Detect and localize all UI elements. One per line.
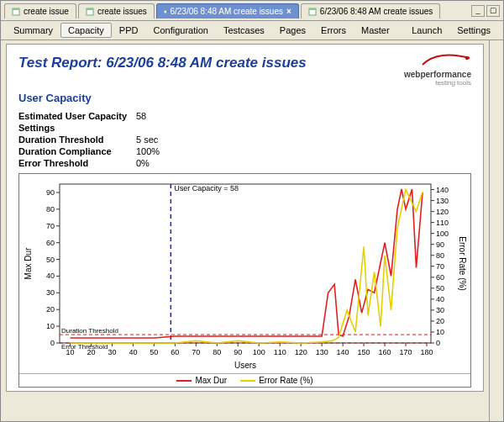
- svg-text:10: 10: [46, 322, 55, 330]
- logo-main-text: webperformance: [404, 70, 471, 79]
- svg-text:110: 110: [436, 219, 449, 227]
- svg-text:130: 130: [436, 196, 449, 204]
- svg-text:130: 130: [316, 348, 328, 356]
- toolbar-action-launch[interactable]: Launch: [404, 23, 449, 38]
- minimize-button[interactable]: _: [471, 5, 485, 17]
- section-title: User Capacity: [18, 92, 471, 104]
- svg-text:80: 80: [436, 251, 444, 260]
- toolbar-tab-errors[interactable]: Errors: [313, 23, 354, 38]
- toolbar-tab-summary[interactable]: Summary: [6, 23, 60, 38]
- svg-text:90: 90: [436, 240, 444, 249]
- close-icon[interactable]: ×: [286, 7, 291, 16]
- logo-sub-text: testing tools: [404, 79, 471, 87]
- svg-text:20: 20: [46, 305, 55, 314]
- brand-logo: webperformance testing tools: [404, 53, 471, 87]
- summary-value: 100%: [136, 146, 170, 156]
- svg-text:140: 140: [337, 348, 349, 356]
- toolbar-tab-master[interactable]: Master: [354, 23, 397, 38]
- svg-text:90: 90: [234, 348, 242, 356]
- document-tab-3[interactable]: 6/23/06 8:48 AM create issues: [301, 3, 441, 18]
- svg-text:30: 30: [46, 288, 55, 297]
- svg-text:80: 80: [213, 348, 221, 356]
- svg-text:User Capacity = 58: User Capacity = 58: [174, 184, 239, 193]
- svg-text:30: 30: [436, 306, 444, 314]
- svg-text:80: 80: [46, 205, 55, 214]
- svg-text:120: 120: [295, 348, 307, 356]
- vertical-scrollbar[interactable]: [489, 40, 503, 421]
- toolbar-tab-configuration[interactable]: Configuration: [145, 23, 215, 38]
- chart-legend: Max Dur Error Rate (%): [19, 373, 470, 387]
- document-tab-label: 6/23/06 8:48 AM create issues: [170, 7, 283, 16]
- svg-text:160: 160: [379, 348, 391, 356]
- svg-text:50: 50: [436, 284, 444, 293]
- document-tab-label: create issue: [24, 7, 69, 16]
- svg-text:Duration Threshold: Duration Threshold: [61, 327, 118, 335]
- maximize-button[interactable]: ▢: [486, 5, 500, 17]
- toolbar-tab-testcases[interactable]: Testcases: [216, 23, 272, 38]
- report-panel: Test Report: 6/23/06 8:48 AM create issu…: [6, 44, 484, 392]
- summary-value: [136, 123, 170, 133]
- svg-text:40: 40: [46, 272, 55, 280]
- toolbar-tab-capacity[interactable]: Capacity: [60, 23, 112, 38]
- document-tab-strip: create issuecreate issues6/23/06 8:48 AM…: [1, 1, 503, 21]
- svg-text:0: 0: [436, 339, 440, 347]
- svg-text:110: 110: [274, 348, 286, 356]
- summary-value: 58: [136, 111, 170, 121]
- app-window: create issuecreate issues6/23/06 8:48 AM…: [0, 0, 504, 422]
- report-title: Test Report: 6/23/06 8:48 AM create issu…: [18, 55, 307, 71]
- svg-text:180: 180: [420, 348, 433, 356]
- summary-key: Duration Compliance: [18, 146, 136, 156]
- capacity-summary: Estimated User Capacity58SettingsDuratio…: [18, 111, 471, 168]
- svg-text:20: 20: [436, 317, 444, 325]
- summary-value: 5 sec: [136, 135, 170, 145]
- svg-rect-3: [87, 8, 93, 10]
- svg-text:0: 0: [50, 339, 55, 347]
- svg-text:40: 40: [436, 295, 444, 303]
- svg-text:120: 120: [436, 207, 449, 215]
- toolbar-tab-ppd[interactable]: PPD: [112, 23, 146, 38]
- svg-rect-9: [60, 184, 431, 343]
- toolbar-action-settings[interactable]: Settings: [449, 23, 498, 38]
- svg-text:60: 60: [46, 239, 55, 247]
- svg-rect-1: [13, 8, 19, 10]
- document-tab-1[interactable]: create issues: [78, 3, 155, 18]
- svg-text:100: 100: [253, 348, 265, 356]
- svg-text:Max Dur: Max Dur: [24, 247, 33, 279]
- svg-text:Error Threshold: Error Threshold: [61, 343, 108, 351]
- summary-key: Settings: [18, 123, 136, 133]
- svg-text:Users: Users: [234, 361, 256, 370]
- legend-item-max-dur: Max Dur: [176, 376, 227, 385]
- summary-key: Error Threshold: [18, 158, 136, 168]
- capacity-chart: 1020304050607080901001101201301401501601…: [18, 173, 471, 388]
- document-tab-2[interactable]: 6/23/06 8:48 AM create issues ×: [156, 3, 299, 18]
- svg-text:60: 60: [436, 273, 444, 282]
- svg-text:150: 150: [358, 348, 370, 356]
- chart-canvas: 1020304050607080901001101201301401501601…: [19, 174, 466, 372]
- toolbar-tab-pages[interactable]: Pages: [272, 23, 313, 38]
- svg-text:170: 170: [400, 348, 412, 356]
- summary-key: Duration Threshold: [18, 135, 136, 145]
- document-tab-label: 6/23/06 8:48 AM create issues: [320, 7, 433, 16]
- svg-text:70: 70: [436, 262, 444, 271]
- svg-text:10: 10: [436, 328, 444, 336]
- svg-text:Error Rate (%): Error Rate (%): [458, 236, 466, 290]
- svg-text:30: 30: [108, 348, 116, 356]
- svg-point-8: [465, 56, 469, 60]
- legend-item-error-rate: Error Rate (%): [240, 376, 312, 385]
- window-sys-buttons: _ ▢: [471, 5, 500, 17]
- svg-text:60: 60: [171, 348, 179, 356]
- svg-text:40: 40: [129, 348, 137, 356]
- svg-rect-5: [164, 11, 166, 12]
- document-tab-0[interactable]: create issue: [4, 3, 76, 18]
- summary-value: 0%: [136, 158, 170, 168]
- svg-text:90: 90: [46, 188, 55, 197]
- summary-key: Estimated User Capacity: [18, 111, 136, 121]
- svg-text:50: 50: [46, 255, 55, 263]
- svg-text:100: 100: [436, 229, 449, 238]
- svg-text:140: 140: [436, 185, 449, 193]
- svg-text:50: 50: [150, 348, 158, 356]
- svg-rect-7: [309, 8, 316, 10]
- swoosh-icon: [421, 53, 471, 68]
- svg-text:70: 70: [192, 348, 200, 356]
- svg-text:70: 70: [46, 222, 55, 230]
